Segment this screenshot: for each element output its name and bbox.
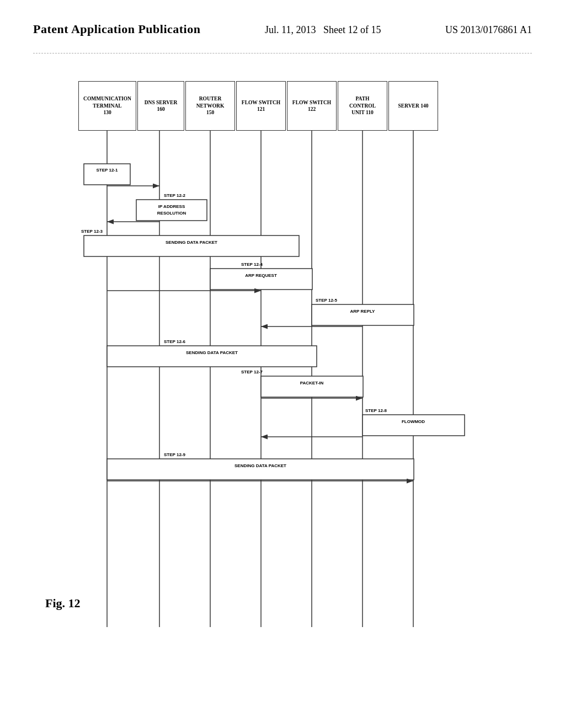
col-dns-server: DNS SERVER160 [137, 81, 184, 131]
svg-text:STEP 12-5: STEP 12-5 [316, 298, 338, 303]
svg-text:FLOWMOD: FLOWMOD [402, 419, 425, 424]
header-divider [33, 53, 532, 53]
svg-text:STEP 12-6: STEP 12-6 [164, 339, 186, 344]
col-path-control: PATHCONTROLUNIT 110 [338, 81, 387, 131]
svg-text:ARP REPLY: ARP REPLY [350, 309, 376, 314]
svg-rect-34 [363, 415, 465, 436]
svg-text:SENDING DATA PACKET: SENDING DATA PACKET [186, 350, 238, 355]
patent-number: US 2013/0176861 A1 [445, 22, 532, 36]
svg-text:PACKET-IN: PACKET-IN [300, 381, 324, 386]
svg-rect-38 [107, 459, 414, 480]
svg-text:STEP 12-3: STEP 12-3 [81, 229, 103, 234]
svg-rect-30 [261, 376, 363, 397]
figure-label: Fig. 12 [45, 596, 81, 611]
svg-text:RESOLUTION: RESOLUTION [157, 211, 186, 216]
svg-rect-19 [210, 269, 312, 290]
patent-date-sheet: Jul. 11, 2013 Sheet 12 of 15 [265, 22, 381, 36]
svg-text:STEP 12-8: STEP 12-8 [365, 408, 387, 413]
col-comm-terminal: COMMUNICATIONTERMINAL130 [78, 81, 136, 131]
sequence-arrows: STEP 12-1 STEP 12-2 IP ADDRESS RESOLUTIO… [78, 131, 498, 627]
svg-text:IP ADDRESS: IP ADDRESS [158, 204, 185, 209]
svg-rect-16 [84, 235, 299, 256]
sequence-diagram: COMMUNICATIONTERMINAL130 DNS SERVER160 R… [78, 81, 520, 633]
svg-rect-7 [84, 164, 130, 185]
svg-rect-23 [312, 304, 414, 325]
col-flow-switch-122: FLOW SWITCH122 [287, 81, 337, 131]
svg-rect-27 [107, 346, 317, 367]
patent-title: Patent Application Publication [33, 22, 200, 36]
svg-text:ARP REQUEST: ARP REQUEST [245, 273, 277, 278]
svg-text:STEP 12-1: STEP 12-1 [97, 168, 119, 173]
column-headers: COMMUNICATIONTERMINAL130 DNS SERVER160 R… [78, 81, 520, 131]
svg-text:SENDING DATA PACKET: SENDING DATA PACKET [166, 240, 217, 245]
svg-text:STEP 12-2: STEP 12-2 [164, 193, 186, 198]
svg-text:STEP 12-9: STEP 12-9 [164, 452, 186, 457]
svg-text:STEP 12-4: STEP 12-4 [241, 262, 263, 267]
patent-date: Jul. 11, 2013 [265, 24, 316, 35]
col-server: SERVER 140 [388, 81, 438, 131]
svg-rect-11 [136, 200, 207, 221]
patent-sheet: Sheet 12 of 15 [323, 24, 381, 35]
svg-text:SENDING DATA PACKET: SENDING DATA PACKET [234, 463, 286, 468]
figure-area: Fig. 12 COMMUNICATIONTERMINAL130 DNS SER… [45, 70, 520, 677]
col-flow-switch-121: FLOW SWITCH121 [236, 81, 286, 131]
svg-text:STEP 12-7: STEP 12-7 [241, 370, 263, 374]
col-router-network: ROUTERNETWORK150 [185, 81, 235, 131]
